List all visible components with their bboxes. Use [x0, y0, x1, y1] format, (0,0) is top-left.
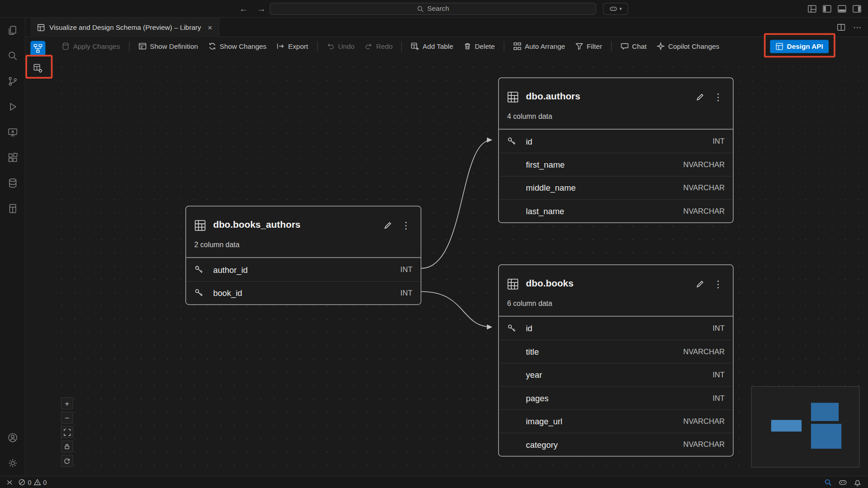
column-type: INT — [712, 394, 725, 402]
export-button[interactable]: Export — [272, 40, 313, 52]
column-row[interactable]: image_urlNVARCHAR — [499, 409, 733, 432]
minimap-node-authors — [811, 403, 839, 421]
relationship-edges — [50, 55, 868, 476]
show-changes-button[interactable]: Show Changes — [203, 40, 272, 52]
forward-button[interactable]: → — [257, 4, 266, 14]
undo-button[interactable]: Undo — [321, 40, 359, 52]
filter-icon — [575, 42, 583, 50]
column-type: NVARCHAR — [683, 441, 725, 449]
source-control-button[interactable] — [0, 69, 25, 94]
table-node-books[interactable]: dbo.books ⋮ 6 column data idINTtitleNVAR… — [498, 264, 733, 456]
schema-canvas[interactable]: dbo.books_authors ⋮ 2 column data author… — [50, 55, 868, 476]
column-row[interactable]: titleNVARCHAR — [499, 340, 733, 363]
column-type: INT — [712, 324, 725, 332]
schema-diagram-tool-button[interactable] — [30, 41, 45, 56]
column-name: book_id — [213, 288, 395, 298]
auto-arrange-button[interactable]: Auto Arrange — [508, 40, 570, 52]
redo-icon — [364, 42, 373, 50]
show-definition-icon — [138, 42, 146, 50]
fit-view-button[interactable] — [61, 426, 73, 438]
warnings-count: 0 — [43, 479, 47, 486]
split-editor-icon[interactable] — [837, 24, 845, 31]
column-row[interactable]: categoryNVARCHAR — [499, 433, 733, 456]
sql-schema-button[interactable] — [0, 196, 25, 221]
zoom-in-button[interactable]: + — [61, 397, 73, 409]
table-node-authors[interactable]: dbo.authors ⋮ 4 column data idINTfirst_n… — [498, 77, 733, 223]
errors-count: 0 — [28, 479, 31, 486]
run-debug-button[interactable] — [0, 94, 25, 119]
column-row[interactable]: middle_nameNVARCHAR — [499, 176, 733, 199]
column-row[interactable]: author_idINT — [186, 258, 420, 281]
schema-designer-icon — [37, 23, 45, 31]
column-row[interactable]: idINT — [499, 130, 733, 153]
chat-button[interactable]: Chat — [615, 40, 651, 52]
column-row[interactable]: yearINT — [499, 363, 733, 386]
filter-button[interactable]: Filter — [570, 40, 607, 52]
toggle-secondary-sidebar-icon[interactable] — [853, 5, 862, 13]
apply-changes-icon — [61, 42, 70, 50]
table-icon — [507, 278, 519, 290]
table-definition-tool-button[interactable] — [30, 61, 45, 76]
trash-icon — [463, 42, 472, 50]
copilot-menu-button[interactable]: ▾ — [603, 3, 628, 15]
zoom-out-button[interactable]: − — [61, 412, 73, 424]
vscode-window: ← → Search ▾ — [0, 0, 868, 488]
primary-key-icon — [194, 288, 208, 298]
edit-table-icon[interactable] — [695, 279, 705, 289]
table-subtitle: 2 column data — [186, 239, 420, 258]
explorer-button[interactable] — [0, 18, 25, 43]
remote-explorer-button[interactable] — [0, 119, 25, 145]
delete-button[interactable]: Delete — [458, 40, 500, 52]
editor-more-actions-icon[interactable]: ⋯ — [853, 23, 861, 33]
add-table-button[interactable]: Add Table — [406, 40, 458, 52]
column-name: year — [526, 370, 707, 380]
edit-table-icon[interactable] — [383, 221, 392, 230]
table-menu-icon[interactable]: ⋮ — [400, 220, 412, 231]
design-api-button[interactable]: Design API — [770, 40, 829, 53]
copilot-changes-button[interactable]: Copilot Changes — [651, 40, 724, 52]
chevron-down-icon: ▾ — [619, 6, 622, 11]
explorer-icon — [7, 25, 18, 36]
primary-key-icon — [507, 324, 520, 333]
chat-icon — [620, 42, 628, 50]
account-icon — [7, 432, 18, 443]
edit-table-icon[interactable] — [695, 92, 705, 102]
reset-view-button[interactable] — [61, 455, 73, 467]
column-row[interactable]: first_nameNVARCHAR — [499, 153, 733, 176]
column-name: image_url — [526, 417, 678, 426]
table-menu-icon[interactable]: ⋮ — [712, 91, 725, 103]
editor-actions: ⋯ — [837, 18, 861, 37]
tab-visualize-schema[interactable]: Visualize and Design Schema (Preview) – … — [30, 18, 219, 37]
copilot-status-icon[interactable] — [839, 479, 847, 486]
column-row[interactable]: book_idINT — [186, 281, 420, 304]
account-button[interactable] — [0, 425, 25, 450]
table-menu-icon[interactable]: ⋮ — [712, 278, 725, 290]
notifications-bell-icon[interactable] — [854, 479, 861, 486]
designer-toolbar: Apply Changes Show Definition Show Chang… — [50, 37, 868, 55]
tab-close-icon[interactable]: × — [208, 23, 212, 32]
lock-view-button[interactable] — [61, 441, 73, 453]
toggle-panel-icon[interactable] — [838, 5, 847, 13]
column-row[interactable]: last_nameNVARCHAR — [499, 199, 733, 222]
schema-diagram-icon — [33, 44, 42, 53]
column-row[interactable]: idINT — [499, 316, 733, 339]
redo-button[interactable]: Redo — [359, 40, 397, 52]
table-node-books-authors[interactable]: dbo.books_authors ⋮ 2 column data author… — [185, 206, 421, 305]
search-button[interactable] — [0, 43, 25, 69]
database-button[interactable] — [0, 170, 25, 196]
minimap[interactable] — [751, 386, 860, 468]
show-definition-button[interactable]: Show Definition — [133, 40, 203, 52]
table-name: dbo.books — [526, 278, 688, 289]
zoom-status-icon[interactable] — [824, 479, 832, 486]
problems-indicator[interactable]: 0 0 — [18, 479, 47, 486]
extensions-button[interactable] — [0, 145, 25, 170]
toggle-primary-sidebar-icon[interactable] — [823, 5, 832, 13]
apply-changes-button[interactable]: Apply Changes — [57, 40, 125, 52]
minimap-node-books — [811, 424, 841, 449]
command-center-search[interactable]: Search — [269, 3, 596, 15]
customize-layout-icon[interactable] — [808, 5, 817, 13]
settings-button[interactable] — [0, 450, 25, 476]
remote-indicator-icon[interactable] — [5, 479, 13, 486]
column-row[interactable]: pagesINT — [499, 386, 733, 409]
back-button[interactable]: ← — [239, 4, 248, 14]
